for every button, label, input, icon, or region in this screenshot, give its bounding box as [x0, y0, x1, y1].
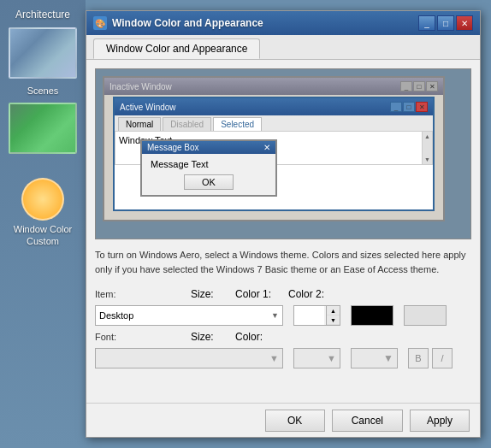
description-text: To turn on Windows Aero, select a Window…: [95, 248, 471, 276]
color2-field-label: Color 2:: [288, 288, 331, 300]
color2-swatch[interactable]: [404, 305, 447, 326]
apply-button[interactable]: Apply: [410, 410, 470, 432]
message-box-close[interactable]: ✕: [263, 143, 270, 152]
message-ok-button[interactable]: OK: [184, 174, 234, 190]
item-field-label: Item:: [95, 289, 180, 299]
tab-bar: Window Color and Appearance: [86, 35, 480, 60]
size-down-arrow[interactable]: ▼: [327, 315, 340, 325]
scroll-down-arrow: ▼: [424, 156, 430, 162]
color1-swatch[interactable]: [351, 305, 393, 326]
inactive-window: Inactive Window _ □ ✕ Active Window _ □: [103, 76, 445, 221]
color1-field-label: Color 1:: [235, 288, 278, 300]
font-color-field-label: Color:: [235, 331, 278, 343]
item-controls-row: Desktop ▼ ▲ ▼: [95, 305, 471, 326]
size-arrows: ▲ ▼: [326, 306, 340, 325]
font-select: ▼: [95, 348, 283, 368]
background-panel: Architecture Scenes Window Color Custom: [0, 0, 86, 448]
main-dialog: 🎨 Window Color and Appearance _ □ ✕ Wind…: [86, 10, 481, 438]
content-area: Inactive Window _ □ ✕ Active Window _ □: [86, 60, 480, 389]
size-field-label: Size:: [191, 288, 225, 300]
active-title-bar: Active Window _ □ ✕: [115, 98, 433, 115]
font-style-buttons: B /: [408, 348, 453, 368]
active-tab-selected: Selected: [213, 117, 262, 131]
cancel-button[interactable]: Cancel: [332, 410, 403, 432]
active-controls: _ □ ✕: [390, 102, 428, 112]
preview-box: Inactive Window _ □ ✕ Active Window _ □: [95, 68, 471, 239]
size-value-input[interactable]: [294, 306, 324, 325]
message-text: Message Text: [147, 159, 270, 169]
font-size-field-label: Size:: [191, 331, 225, 343]
inactive-controls: _ □ ✕: [400, 81, 438, 91]
active-maximize: □: [403, 102, 415, 112]
font-color-arrow: ▼: [383, 352, 393, 364]
inactive-minimize: _: [400, 81, 412, 91]
window-color-label: Window Color: [14, 224, 72, 234]
size-input[interactable]: ▲ ▼: [293, 305, 340, 326]
active-window: Active Window _ □ ✕ Normal Disabled Sele…: [113, 97, 435, 211]
active-title-text: Active Window: [120, 103, 176, 112]
inactive-title-text: Inactive Window: [109, 82, 172, 91]
window-color-swatch[interactable]: [21, 178, 64, 221]
dialog-icon: 🎨: [93, 16, 107, 30]
architecture-label: Architecture: [15, 9, 70, 21]
bottom-button-bar: OK Cancel Apply: [86, 403, 480, 437]
scenes-label: Scenes: [27, 85, 59, 96]
architecture-thumb: [9, 27, 77, 79]
font-size-select: ▼: [293, 348, 340, 368]
active-tab-normal: Normal: [118, 117, 161, 131]
item-row: Item: Size: Color 1: Color 2:: [95, 288, 471, 300]
title-bar: 🎨 Window Color and Appearance _ □ ✕: [86, 11, 480, 35]
minimize-button[interactable]: _: [418, 15, 435, 31]
active-window-tabs: Normal Disabled Selected: [115, 115, 433, 131]
active-minimize: _: [390, 102, 402, 112]
italic-button: /: [432, 348, 453, 368]
tab-window-color[interactable]: Window Color and Appearance: [93, 38, 260, 59]
font-controls-row: ▼ ▼ ▼ B /: [95, 348, 471, 368]
message-box-title: Message Box ✕: [142, 141, 275, 154]
font-label-row: Font: Size: Color:: [95, 331, 471, 343]
font-select-arrow: ▼: [269, 353, 279, 363]
custom-label: Custom: [27, 236, 59, 246]
scenes-thumb: [9, 103, 77, 154]
active-tab-disabled: Disabled: [163, 117, 211, 131]
item-select-value: Desktop: [99, 310, 133, 321]
inactive-maximize: □: [413, 81, 425, 91]
maximize-button[interactable]: □: [437, 15, 454, 31]
message-ok-container: OK: [147, 174, 270, 190]
bold-button: B: [408, 348, 429, 368]
font-field-label: Font:: [95, 332, 180, 342]
size-up-arrow[interactable]: ▲: [327, 306, 340, 315]
item-select-arrow: ▼: [271, 311, 279, 320]
message-box: Message Box ✕ Message Text OK: [140, 139, 277, 197]
item-select[interactable]: Desktop ▼: [95, 305, 283, 326]
font-color-select: ▼: [351, 348, 398, 368]
title-controls: _ □ ✕: [418, 15, 473, 31]
message-box-title-text: Message Box: [147, 143, 199, 152]
scroll-up-arrow: ▲: [424, 133, 430, 139]
close-button[interactable]: ✕: [456, 15, 473, 31]
vertical-scrollbar[interactable]: ▲ ▼: [422, 132, 432, 164]
dialog-title: Window Color and Appearance: [112, 17, 263, 29]
ok-button[interactable]: OK: [265, 410, 325, 432]
font-size-arrow: ▼: [327, 353, 336, 363]
inactive-close: ✕: [426, 81, 438, 91]
title-bar-left: 🎨 Window Color and Appearance: [93, 16, 263, 30]
inactive-title-bar: Inactive Window _ □ ✕: [104, 78, 443, 95]
active-close: ✕: [416, 102, 428, 112]
